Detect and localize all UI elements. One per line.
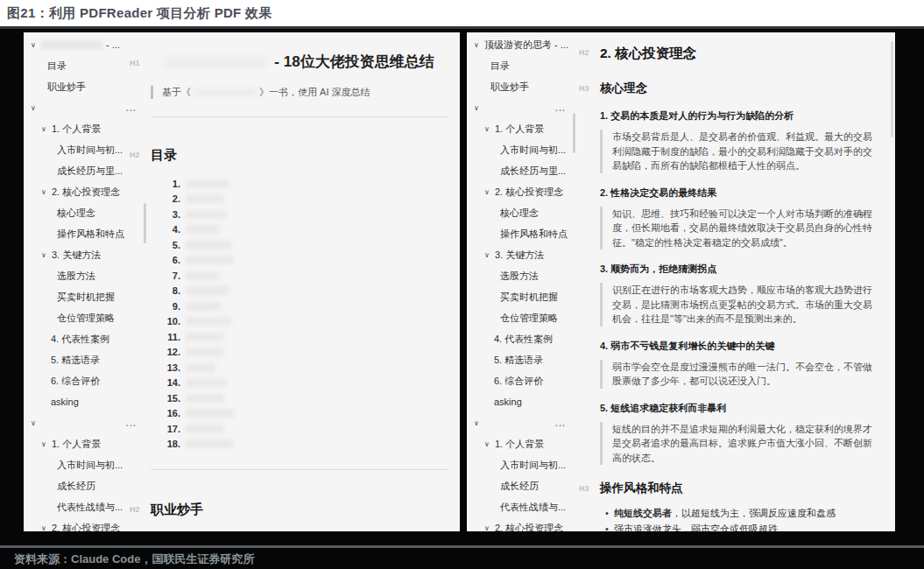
outline-item[interactable]: 核心理念 bbox=[24, 202, 147, 223]
toc-item[interactable]: 17. bbox=[158, 421, 448, 437]
outline-item-label: 顶级游资的思考 - ... bbox=[484, 39, 568, 52]
chevron-down-icon[interactable]: ∨ bbox=[474, 419, 484, 427]
outline-item-label: 2. 核心投资理念 bbox=[495, 522, 563, 532]
pdf-reader-window-right: ∨顶级游资的思考 - ...目录职业炒手∨...∨1. 个人背景入市时间与初..… bbox=[467, 32, 895, 531]
chevron-down-icon[interactable]: ∨ bbox=[484, 251, 495, 259]
outline-item[interactable]: 代表性战绩与... bbox=[467, 496, 576, 517]
toc-item[interactable]: 9. bbox=[158, 299, 448, 314]
pdf-reader-window-left: ∨- ...目录职业炒手∨...∨1. 个人背景入市时间与初...成长经历与里.… bbox=[24, 32, 460, 531]
outline-item[interactable]: ∨2. 核心投资理念 bbox=[467, 517, 576, 531]
source-band: 资料来源：Claude Code，国联民生证券研究所 bbox=[0, 543, 924, 569]
chevron-down-icon[interactable]: ∨ bbox=[31, 104, 41, 112]
chevron-down-icon[interactable]: ∨ bbox=[41, 524, 52, 532]
outline-item[interactable]: 成长经历 bbox=[467, 475, 576, 496]
chevron-down-icon[interactable]: ∨ bbox=[31, 419, 41, 427]
outline-item[interactable]: 仓位管理策略 bbox=[467, 307, 576, 328]
toc-item[interactable]: 2. bbox=[158, 192, 448, 207]
outline-item[interactable]: ∨顶级游资的思考 - ... bbox=[467, 34, 576, 55]
outline-item[interactable]: 核心理念 bbox=[467, 202, 576, 223]
outline-item-label: 仓位管理策略 bbox=[57, 312, 115, 325]
outline-item[interactable]: 买卖时机把握 bbox=[467, 286, 576, 307]
outline-item[interactable]: 入市时间与初... bbox=[24, 454, 147, 475]
outline-item[interactable]: 选股方法 bbox=[467, 265, 576, 286]
outline-item[interactable]: ∨1. 个人背景 bbox=[467, 433, 576, 454]
outline-item[interactable]: 4. 代表性案例 bbox=[467, 328, 576, 349]
toc-item[interactable]: 16. bbox=[158, 406, 448, 422]
chevron-down-icon[interactable]: ∨ bbox=[41, 125, 52, 133]
outline-item[interactable]: 仓位管理策略 bbox=[24, 307, 147, 328]
outline-item[interactable]: ∨1. 个人背景 bbox=[24, 118, 147, 139]
toc-item[interactable]: 11. bbox=[158, 329, 448, 345]
outline-item[interactable]: asking bbox=[467, 391, 576, 412]
outline-item[interactable]: ∨... bbox=[467, 97, 576, 118]
outline-item[interactable]: 代表性战绩与... bbox=[24, 496, 147, 517]
outline-item[interactable]: 职业炒手 bbox=[24, 76, 147, 97]
outline-item[interactable]: 入市时间与初... bbox=[24, 139, 147, 160]
outline-item[interactable]: 4. 代表性案例 bbox=[24, 328, 147, 349]
chevron-down-icon[interactable]: ∨ bbox=[484, 440, 495, 448]
toc-item-number: 15. bbox=[158, 393, 180, 404]
subtitle-prefix: 基于《 bbox=[162, 86, 191, 99]
outline-item[interactable]: 操作风格和特点 bbox=[467, 223, 576, 244]
toc-item[interactable]: 3. bbox=[158, 207, 448, 222]
outline-item[interactable]: 选股方法 bbox=[24, 265, 147, 286]
outline-item[interactable]: 成长经历与里... bbox=[467, 160, 576, 181]
toc-item[interactable]: 7. bbox=[158, 268, 448, 284]
scrollbar-thumb[interactable] bbox=[891, 41, 893, 137]
toc-item[interactable]: 5. bbox=[158, 237, 448, 253]
toc-item[interactable]: 12. bbox=[158, 345, 448, 361]
chevron-down-icon[interactable]: ∨ bbox=[484, 125, 495, 133]
outline-item[interactable]: 6. 综合评价 bbox=[467, 370, 576, 391]
toc-item[interactable]: 15. bbox=[158, 390, 448, 406]
toc-item[interactable]: 4. bbox=[158, 222, 448, 238]
scrollbar-thumb[interactable] bbox=[573, 113, 575, 153]
toc-item[interactable]: 6. bbox=[158, 253, 448, 269]
outline-item[interactable]: ∨... bbox=[24, 412, 147, 433]
chevron-down-icon[interactable]: ∨ bbox=[484, 188, 495, 196]
chevron-down-icon[interactable]: ∨ bbox=[474, 41, 484, 49]
outline-item[interactable]: 6. 综合评价 bbox=[24, 370, 147, 391]
toc-item[interactable]: 14. bbox=[158, 376, 448, 391]
outline-item[interactable]: 成长经历 bbox=[24, 475, 147, 496]
outline-item[interactable]: ∨3. 关键方法 bbox=[24, 244, 147, 265]
outline-item[interactable]: 成长经历与里... bbox=[24, 160, 147, 181]
outline-item[interactable]: 入市时间与初... bbox=[467, 139, 576, 160]
chevron-down-icon[interactable]: ∨ bbox=[41, 188, 52, 196]
outline-item[interactable]: ∨... bbox=[24, 97, 147, 118]
toc-item-number: 3. bbox=[158, 209, 180, 220]
outline-item[interactable]: ∨2. 核心投资理念 bbox=[467, 181, 576, 202]
outline-item[interactable]: ∨- ... bbox=[24, 34, 147, 55]
toc-item[interactable]: 18. bbox=[158, 437, 448, 453]
chevron-down-icon[interactable]: ∨ bbox=[41, 251, 52, 259]
scrollbar-thumb[interactable] bbox=[144, 203, 146, 243]
outline-item[interactable]: ∨1. 个人背景 bbox=[24, 433, 147, 454]
outline-item[interactable]: 5. 精选语录 bbox=[24, 349, 147, 370]
outline-item[interactable]: ∨3. 关键方法 bbox=[467, 244, 576, 265]
redacted-text bbox=[186, 378, 226, 387]
outline-item[interactable]: ∨2. 核心投资理念 bbox=[24, 181, 147, 202]
outline-item[interactable]: asking bbox=[24, 391, 147, 412]
outline-item-label: ... bbox=[555, 102, 576, 113]
outline-item[interactable]: 入市时间与初... bbox=[467, 454, 576, 475]
document-pane-right: H2 2. 核心投资理念 H3 核心理念 1. 交易的本质是对人的行为与行为缺陷… bbox=[576, 32, 895, 531]
chevron-down-icon[interactable]: ∨ bbox=[31, 41, 41, 49]
outline-item-label: 买卖时机把握 bbox=[500, 291, 558, 304]
outline-item[interactable]: ∨... bbox=[467, 412, 576, 433]
outline-item[interactable]: 目录 bbox=[467, 55, 576, 76]
toc-item[interactable]: 1. bbox=[158, 176, 448, 192]
outline-item[interactable]: 操作风格和特点 bbox=[24, 223, 147, 244]
outline-item[interactable]: ∨2. 核心投资理念 bbox=[24, 517, 147, 531]
toc-item[interactable]: 10. bbox=[158, 314, 448, 330]
outline-item-label: asking bbox=[51, 397, 79, 407]
chevron-down-icon[interactable]: ∨ bbox=[484, 524, 495, 532]
chevron-down-icon[interactable]: ∨ bbox=[41, 440, 52, 448]
outline-item[interactable]: 职业炒手 bbox=[467, 76, 576, 97]
outline-item[interactable]: ∨1. 个人背景 bbox=[467, 118, 576, 139]
toc-item[interactable]: 13. bbox=[158, 360, 448, 376]
outline-item[interactable]: 目录 bbox=[24, 55, 147, 76]
outline-item-label: 1. 个人背景 bbox=[495, 123, 544, 136]
outline-item[interactable]: 5. 精选语录 bbox=[467, 349, 576, 370]
chevron-down-icon[interactable]: ∨ bbox=[474, 104, 484, 112]
toc-item[interactable]: 8. bbox=[158, 284, 448, 299]
outline-item[interactable]: 买卖时机把握 bbox=[24, 286, 147, 307]
